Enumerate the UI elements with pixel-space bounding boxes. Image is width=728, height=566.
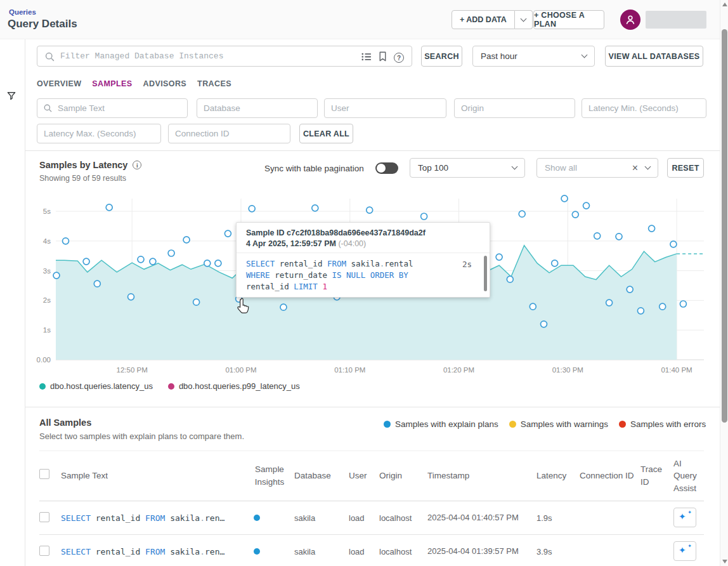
- latency-min-filter[interactable]: [582, 98, 706, 118]
- latency-max-filter[interactable]: [37, 124, 161, 143]
- choose-a-plan-button[interactable]: + CHOOSE A PLAN: [533, 10, 604, 29]
- database-filter[interactable]: [197, 98, 318, 118]
- help-icon[interactable]: ?: [394, 53, 404, 63]
- legend-errors: Samples with errors: [619, 419, 706, 429]
- sample-text-filter[interactable]: [37, 98, 188, 118]
- instance-search-input[interactable]: [60, 46, 301, 66]
- scrollbar-down-arrow[interactable]: [722, 560, 727, 563]
- sparkle-icon: ✦: [687, 544, 692, 549]
- user-avatar[interactable]: [620, 10, 640, 30]
- add-data-button[interactable]: + ADD DATA: [452, 10, 515, 29]
- tooltip-sql: SELECT rental_id FROM sakila.rental WHER…: [237, 253, 490, 298]
- person-icon: [624, 13, 637, 26]
- col-user: User: [349, 470, 379, 482]
- sample-tooltip: Sample ID c7c2f018ba98da696ee437a71849da…: [236, 222, 490, 298]
- tab-traces[interactable]: TRACES: [197, 77, 231, 90]
- table-header-row: Sample Text Sample Insights Database Use…: [39, 451, 704, 501]
- legend-latency-us[interactable]: dbo.host.queries.latency_us: [39, 381, 153, 391]
- tab-samples[interactable]: SAMPLES: [92, 77, 132, 90]
- ai-query-assist-button[interactable]: ✦ ✦: [673, 541, 696, 561]
- col-ai-query-assist: AI Query Assist: [673, 457, 704, 495]
- tooltip-sample-id: Sample ID c7c2f018ba98da696ee437a71849da…: [246, 228, 480, 237]
- col-connection-id: Connection ID: [580, 470, 640, 482]
- search-button[interactable]: SEARCH: [421, 46, 462, 67]
- svg-text:2s: 2s: [43, 296, 51, 304]
- legend-dot: [384, 421, 391, 428]
- svg-text:01:20 PM: 01:20 PM: [443, 366, 474, 374]
- row-checkbox[interactable]: [39, 546, 49, 556]
- origin-cell: localhost: [379, 547, 427, 556]
- select-all-checkbox[interactable]: [39, 469, 49, 479]
- col-origin: Origin: [379, 470, 427, 482]
- chevron-down-icon: [512, 164, 518, 170]
- show-filter-select[interactable]: Show all ×: [536, 158, 658, 178]
- table-row[interactable]: SELECT rental_id FROM sakila.ren… sakila…: [39, 535, 704, 566]
- user-filter[interactable]: [324, 98, 446, 118]
- show-filter-placeholder: Show all: [545, 163, 577, 173]
- clear-selection-icon[interactable]: ×: [632, 163, 638, 173]
- sample-text-link[interactable]: SELECT rental_id FROM sakila.ren…: [61, 547, 251, 556]
- detail-tabs: OVERVIEW SAMPLES ADVISORS TRACES: [37, 77, 231, 90]
- samples-table: Sample Text Sample Insights Database Use…: [39, 451, 704, 566]
- legend-explain-plans: Samples with explain plans: [384, 419, 498, 429]
- svg-text:3s: 3s: [43, 267, 51, 275]
- bookmark-icon[interactable]: [379, 51, 387, 64]
- sql-line: WHERE return_date IS NULL ORDER BY: [246, 270, 480, 281]
- search-icon: [43, 103, 53, 115]
- svg-text:4s: 4s: [43, 237, 51, 245]
- page-title: Query Details: [8, 18, 77, 30]
- page-scrollbar[interactable]: [720, 0, 728, 566]
- explain-plan-dot[interactable]: [254, 515, 260, 521]
- redacted-username: [646, 11, 706, 29]
- sparkle-icon: ✦: [679, 512, 686, 521]
- saved-views-list-icon[interactable]: [361, 52, 372, 63]
- filter-funnel-icon[interactable]: [6, 90, 17, 104]
- add-data-split-button: + ADD DATA: [452, 10, 533, 29]
- ai-query-assist-button[interactable]: ✦ ✦: [673, 508, 696, 527]
- scrollbar-up-arrow[interactable]: [722, 3, 727, 6]
- connection-id-filter[interactable]: [168, 124, 290, 143]
- all-samples-title: All Samples: [39, 418, 91, 428]
- sync-pagination-toggle[interactable]: [375, 162, 398, 174]
- col-timestamp: Timestamp: [427, 470, 536, 482]
- explain-plan-dot[interactable]: [254, 548, 260, 555]
- table-body: SELECT rental_id FROM sakila.ren… sakila…: [39, 501, 704, 566]
- breadcrumb[interactable]: Queries: [9, 8, 36, 16]
- legend-p99-latency-us[interactable]: dbo.host.queries.p99_latency_us: [168, 381, 300, 391]
- tooltip-scrollbar-thumb[interactable]: [484, 256, 487, 291]
- svg-text:01:10 PM: 01:10 PM: [334, 366, 365, 374]
- chart-legend: dbo.host.queries.latency_us dbo.host.que…: [39, 381, 300, 391]
- top-n-select[interactable]: Top 100: [410, 158, 525, 178]
- scrollbar-thumb[interactable]: [722, 29, 727, 423]
- row-checkbox[interactable]: [39, 512, 49, 522]
- legend-dot: [619, 421, 626, 428]
- tooltip-timestamp: 4 Apr 2025, 12:59:57 PM (-04:00): [246, 239, 480, 248]
- origin-filter[interactable]: [454, 98, 575, 118]
- info-icon[interactable]: i: [133, 161, 141, 169]
- add-data-caret-button[interactable]: [515, 10, 533, 29]
- col-sample-text: Sample Text: [61, 470, 251, 482]
- table-row[interactable]: SELECT rental_id FROM sakila.ren… sakila…: [39, 501, 704, 535]
- tab-overview[interactable]: OVERVIEW: [37, 77, 81, 90]
- clear-all-button[interactable]: CLEAR ALL: [299, 124, 353, 143]
- legend-dot: [509, 421, 516, 428]
- time-range-select[interactable]: Past hour: [472, 46, 595, 67]
- sample-text-link[interactable]: SELECT rental_id FROM sakila.ren…: [61, 513, 251, 523]
- chevron-down-icon: [520, 15, 526, 22]
- view-all-databases-button[interactable]: VIEW ALL DATABASES: [605, 46, 703, 67]
- tooltip-header: Sample ID c7c2f018ba98da696ee437a71849da…: [237, 223, 490, 253]
- sync-pagination-label: Sync with table pagination: [264, 164, 364, 173]
- tab-advisors[interactable]: ADVISORS: [143, 77, 187, 90]
- time-range-value: Past hour: [481, 51, 517, 61]
- legend-dot: [168, 383, 174, 390]
- svg-text:1s: 1s: [43, 326, 51, 334]
- timestamp-cell: 2025-04-04 01:40:57 PM: [427, 511, 536, 524]
- toggle-knob: [377, 164, 386, 173]
- database-cell: sakila: [294, 513, 349, 523]
- results-count: Showing 59 of 59 results: [39, 174, 126, 183]
- chevron-down-icon: [645, 164, 651, 170]
- samples-by-latency-title: Samples by Latency i: [39, 160, 141, 170]
- reset-button[interactable]: RESET: [667, 158, 704, 178]
- sql-line: rental_id LIMIT 1: [246, 281, 480, 293]
- instance-search-box: ?: [37, 46, 412, 67]
